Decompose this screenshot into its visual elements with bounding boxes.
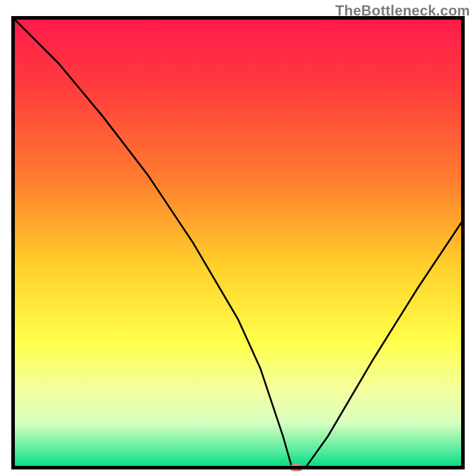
attribution-text: TheBottleneck.com [336, 2, 470, 19]
chart-container: { "attribution": "TheBottleneck.com", "c… [0, 0, 476, 476]
svg-rect-0 [13, 18, 463, 468]
bottleneck-chart [0, 0, 476, 476]
